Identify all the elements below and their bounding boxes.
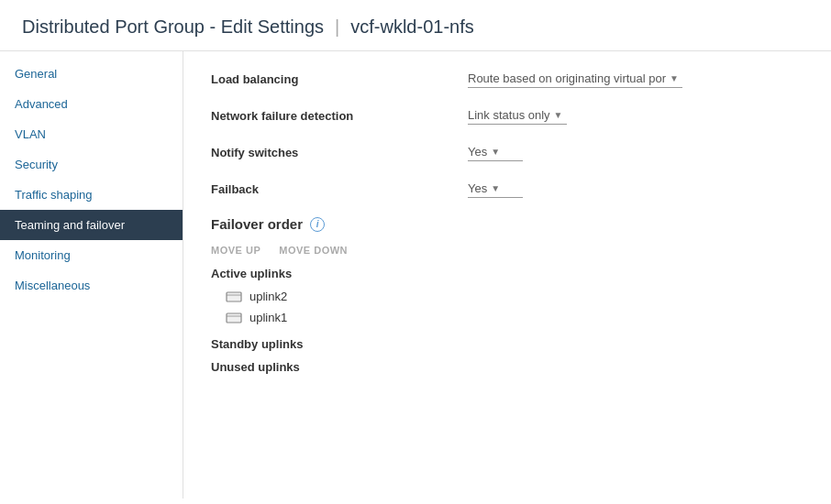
list-item: uplink1 bbox=[211, 307, 803, 328]
sidebar-item-advanced[interactable]: Advanced bbox=[0, 89, 183, 119]
network-failure-detection-dropdown-text: Link status only bbox=[468, 108, 550, 122]
failback-value: Yes ▼ bbox=[468, 180, 523, 198]
load-balancing-dropdown-text: Route based on originating virtual por bbox=[468, 71, 666, 85]
failback-label: Failback bbox=[211, 182, 468, 196]
page-subtitle: vcf-wkld-01-nfs bbox=[350, 16, 473, 38]
list-item: uplink2 bbox=[211, 286, 803, 307]
failback-dropdown[interactable]: Yes ▼ bbox=[468, 180, 523, 198]
page-title: Distributed Port Group - Edit Settings bbox=[22, 16, 324, 38]
network-failure-detection-value: Link status only ▼ bbox=[468, 106, 567, 125]
standby-uplinks-label: Standby uplinks bbox=[211, 337, 803, 351]
sidebar-item-teaming-and-failover[interactable]: Teaming and failover bbox=[0, 210, 183, 240]
svg-rect-2 bbox=[227, 313, 241, 323]
chevron-down-icon: ▼ bbox=[491, 147, 500, 157]
failover-order-title: Failover order i bbox=[211, 216, 803, 232]
uplink2-label: uplink2 bbox=[249, 290, 287, 303]
notify-switches-dropdown[interactable]: Yes ▼ bbox=[468, 143, 523, 161]
info-icon[interactable]: i bbox=[310, 217, 325, 232]
sidebar: General Advanced VLAN Security Traffic s… bbox=[0, 51, 183, 499]
move-buttons-group: MOVE UP MOVE DOWN bbox=[211, 245, 803, 256]
chevron-down-icon: ▼ bbox=[491, 183, 500, 193]
load-balancing-row: Load balancing Route based on originatin… bbox=[211, 70, 803, 88]
move-down-button[interactable]: MOVE DOWN bbox=[279, 245, 348, 256]
failover-order-section: Failover order i MOVE UP MOVE DOWN Activ… bbox=[211, 216, 803, 374]
network-failure-detection-dropdown[interactable]: Link status only ▼ bbox=[468, 106, 567, 125]
svg-rect-0 bbox=[227, 292, 241, 301]
chevron-down-icon: ▼ bbox=[554, 110, 563, 120]
sidebar-item-traffic-shaping[interactable]: Traffic shaping bbox=[0, 180, 183, 210]
failback-dropdown-text: Yes bbox=[468, 181, 487, 195]
active-uplinks-label: Active uplinks bbox=[211, 267, 803, 280]
notify-switches-row: Notify switches Yes ▼ bbox=[211, 143, 803, 161]
notify-switches-label: Notify switches bbox=[211, 146, 468, 159]
network-failure-detection-label: Network failure detection bbox=[211, 109, 468, 123]
uplink-icon bbox=[226, 290, 242, 303]
uplink1-label: uplink1 bbox=[249, 311, 287, 324]
sidebar-item-miscellaneous[interactable]: Miscellaneous bbox=[0, 270, 183, 301]
page-header: Distributed Port Group - Edit Settings |… bbox=[0, 0, 831, 51]
sidebar-item-general[interactable]: General bbox=[0, 59, 183, 89]
move-up-button[interactable]: MOVE UP bbox=[211, 245, 260, 256]
main-layout: General Advanced VLAN Security Traffic s… bbox=[0, 51, 831, 499]
notify-switches-dropdown-text: Yes bbox=[468, 145, 487, 159]
unused-uplinks-label: Unused uplinks bbox=[211, 360, 803, 374]
sidebar-item-security[interactable]: Security bbox=[0, 149, 183, 180]
header-divider: | bbox=[335, 16, 339, 38]
sidebar-item-monitoring[interactable]: Monitoring bbox=[0, 240, 183, 270]
failback-row: Failback Yes ▼ bbox=[211, 180, 803, 198]
load-balancing-label: Load balancing bbox=[211, 72, 468, 86]
load-balancing-value: Route based on originating virtual por ▼ bbox=[468, 70, 682, 88]
chevron-down-icon: ▼ bbox=[670, 73, 679, 83]
load-balancing-dropdown[interactable]: Route based on originating virtual por ▼ bbox=[468, 70, 682, 88]
sidebar-item-vlan[interactable]: VLAN bbox=[0, 119, 183, 149]
failover-order-title-text: Failover order bbox=[211, 216, 303, 232]
main-content: Load balancing Route based on originatin… bbox=[183, 51, 831, 499]
uplink-icon bbox=[226, 312, 242, 324]
notify-switches-value: Yes ▼ bbox=[468, 143, 523, 161]
network-failure-detection-row: Network failure detection Link status on… bbox=[211, 106, 803, 125]
